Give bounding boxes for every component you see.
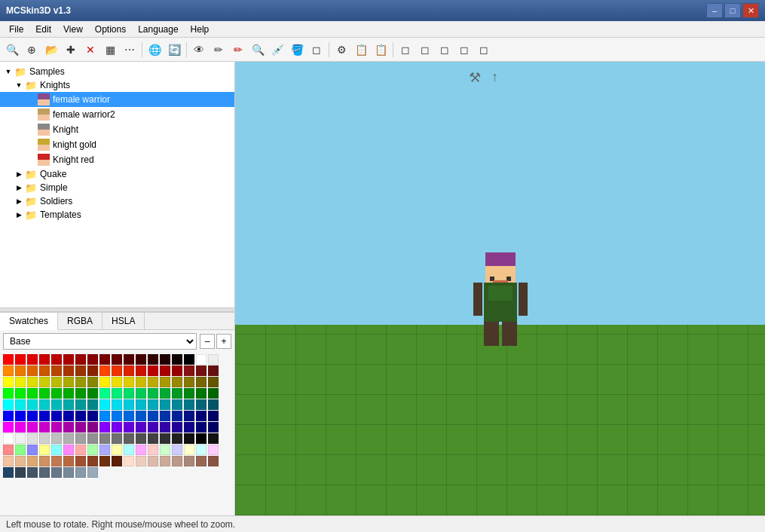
swatch-cell[interactable] bbox=[136, 433, 146, 444]
swatch-cell[interactable] bbox=[112, 377, 122, 387]
swatch-cell[interactable] bbox=[3, 467, 14, 478]
swatch-cell[interactable] bbox=[196, 388, 207, 399]
swatch-cell[interactable] bbox=[27, 433, 38, 444]
swatch-cell[interactable] bbox=[3, 411, 14, 421]
viewport-main[interactable]: ⚒ ↑ bbox=[235, 62, 765, 515]
swatch-cell[interactable] bbox=[87, 422, 98, 433]
tree-knight-gold[interactable]: knight gold bbox=[0, 137, 234, 152]
pencil-btn[interactable]: ✏ bbox=[210, 41, 228, 59]
paste-btn[interactable]: 📋 bbox=[372, 41, 390, 59]
erase-btn[interactable]: ◻ bbox=[308, 41, 326, 59]
swatch-cell[interactable] bbox=[15, 365, 26, 376]
swatch-cell[interactable] bbox=[3, 422, 14, 433]
swatch-cell[interactable] bbox=[27, 399, 38, 410]
swatch-cell[interactable] bbox=[112, 354, 122, 365]
menu-view[interactable]: View bbox=[57, 23, 89, 36]
menu-edit[interactable]: Edit bbox=[29, 23, 57, 36]
swatch-cell[interactable] bbox=[87, 399, 98, 410]
swatch-cell[interactable] bbox=[63, 399, 74, 410]
tree-simple[interactable]: ▶ 📁 Simple bbox=[0, 181, 234, 194]
swatch-cell[interactable] bbox=[172, 354, 182, 365]
swatch-cell[interactable] bbox=[148, 388, 158, 399]
swatch-cell[interactable] bbox=[208, 433, 219, 444]
swatch-cell[interactable] bbox=[75, 377, 86, 387]
swatch-cell[interactable] bbox=[184, 377, 194, 387]
swatch-cell[interactable] bbox=[160, 388, 170, 399]
swatch-cell[interactable] bbox=[87, 411, 98, 421]
swatch-cell[interactable] bbox=[112, 456, 122, 466]
swatch-cell[interactable] bbox=[184, 422, 194, 433]
swatch-cell[interactable] bbox=[172, 433, 182, 444]
swatch-cell[interactable] bbox=[87, 467, 98, 478]
swatch-cell[interactable] bbox=[124, 388, 134, 399]
search-btn[interactable]: 🔍 bbox=[249, 41, 267, 59]
dropper-btn[interactable]: 💉 bbox=[268, 41, 286, 59]
swatch-cell[interactable] bbox=[184, 365, 194, 376]
swatch-cell[interactable] bbox=[27, 467, 38, 478]
swatch-cell[interactable] bbox=[208, 445, 219, 455]
swatch-cell[interactable] bbox=[75, 399, 86, 410]
swatch-cell[interactable] bbox=[196, 377, 207, 387]
tab-rgba[interactable]: RGBA bbox=[58, 313, 103, 329]
swatch-cell[interactable] bbox=[99, 365, 110, 376]
swatch-cell[interactable] bbox=[136, 399, 146, 410]
swatch-cell[interactable] bbox=[208, 422, 219, 433]
view1-btn[interactable]: ◻ bbox=[396, 41, 415, 59]
swatch-cell[interactable] bbox=[136, 456, 146, 466]
swatch-cell[interactable] bbox=[99, 354, 110, 365]
open-btn[interactable]: 📂 bbox=[42, 41, 60, 59]
tree-female-warrior[interactable]: female warrior bbox=[0, 92, 234, 107]
swatch-cell[interactable] bbox=[208, 377, 219, 387]
swatch-cell[interactable] bbox=[87, 433, 98, 444]
menu-help[interactable]: Help bbox=[185, 23, 216, 36]
fill-btn[interactable]: 🪣 bbox=[288, 41, 306, 59]
swatch-cell[interactable] bbox=[75, 354, 86, 365]
swatch-cell[interactable] bbox=[27, 377, 38, 387]
swatch-cell[interactable] bbox=[15, 411, 26, 421]
swatch-cell[interactable] bbox=[75, 365, 86, 376]
swatch-cell[interactable] bbox=[160, 399, 170, 410]
tree-quake[interactable]: ▶ 📁 Quake bbox=[0, 167, 234, 181]
swatch-cell[interactable] bbox=[172, 377, 182, 387]
tree-soldiers[interactable]: ▶ 📁 Soldiers bbox=[0, 194, 234, 208]
swatch-cell[interactable] bbox=[99, 456, 110, 466]
swatch-cell[interactable] bbox=[15, 467, 26, 478]
swatch-cell[interactable] bbox=[124, 377, 134, 387]
swatch-cell[interactable] bbox=[160, 365, 170, 376]
swatch-cell[interactable] bbox=[99, 422, 110, 433]
swatch-cell[interactable] bbox=[75, 411, 86, 421]
zoom-in-btn[interactable]: ⊕ bbox=[23, 41, 41, 59]
swatch-cell[interactable] bbox=[15, 354, 26, 365]
tree-templates[interactable]: ▶ 📁 Templates bbox=[0, 208, 234, 222]
new-btn[interactable]: ✚ bbox=[62, 41, 80, 59]
swatch-cell[interactable] bbox=[27, 365, 38, 376]
swatch-cell[interactable] bbox=[112, 399, 122, 410]
swatch-cell[interactable] bbox=[148, 399, 158, 410]
swatch-cell[interactable] bbox=[51, 411, 62, 421]
swatch-cell[interactable] bbox=[172, 365, 182, 376]
swatch-cell[interactable] bbox=[75, 433, 86, 444]
swatch-cell[interactable] bbox=[136, 354, 146, 365]
swatch-cell[interactable] bbox=[63, 445, 74, 455]
swatch-cell[interactable] bbox=[184, 456, 194, 466]
swatch-cell[interactable] bbox=[208, 456, 219, 466]
menu-file[interactable]: File bbox=[3, 23, 29, 36]
swatch-cell[interactable] bbox=[112, 445, 122, 455]
swatch-cell[interactable] bbox=[27, 354, 38, 365]
tree-knight-red[interactable]: Knight red bbox=[0, 152, 234, 167]
swatch-cell[interactable] bbox=[63, 354, 74, 365]
swatch-cell[interactable] bbox=[75, 456, 86, 466]
swatch-zoom-out[interactable]: – bbox=[200, 334, 215, 349]
swatch-cell[interactable] bbox=[15, 388, 26, 399]
swatch-cell[interactable] bbox=[39, 365, 50, 376]
swatch-cell[interactable] bbox=[184, 388, 194, 399]
swatch-cell[interactable] bbox=[208, 388, 219, 399]
swatch-cell[interactable] bbox=[51, 354, 62, 365]
swatch-cell[interactable] bbox=[160, 354, 170, 365]
swatch-cell[interactable] bbox=[51, 445, 62, 455]
tab-swatches[interactable]: Swatches bbox=[0, 313, 58, 330]
swatch-cell[interactable] bbox=[39, 411, 50, 421]
swatch-cell[interactable] bbox=[27, 422, 38, 433]
view5-btn[interactable]: ◻ bbox=[475, 41, 493, 59]
swatch-cell[interactable] bbox=[51, 377, 62, 387]
